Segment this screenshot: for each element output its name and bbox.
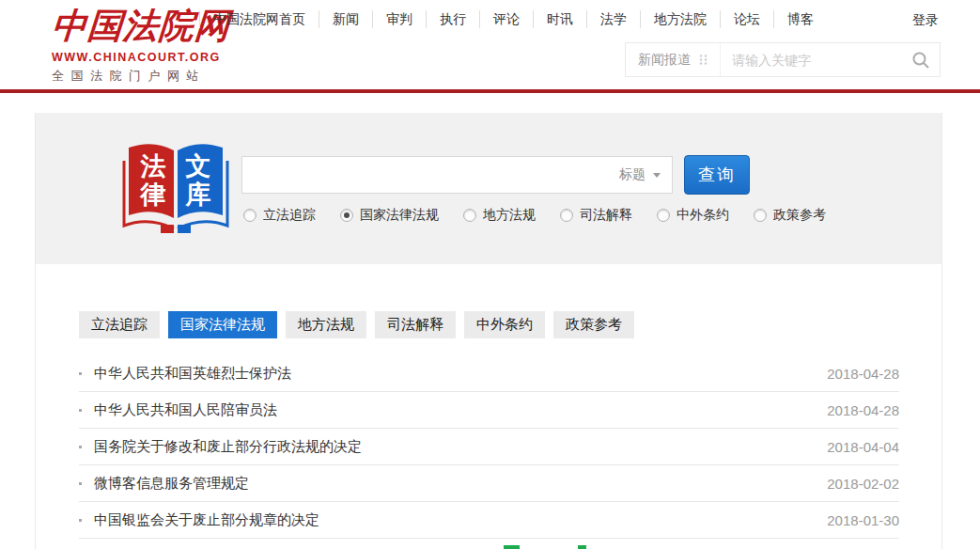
top-nav-item[interactable]: 评论 [479,10,533,28]
radio-icon[interactable] [754,209,767,222]
site-logo-title: 中国法院网 [50,4,203,49]
document-list: 中华人民共和国英雄烈士保护法 2018-04-28 中华人民共和国人民陪审员法 … [79,355,899,539]
top-nav-item[interactable]: 地方法院 [640,10,720,28]
document-title[interactable]: 中国银监会关于废止部分规章的决定 [94,511,827,529]
law-library-logo: 法律 文库 [118,136,233,240]
field-selector[interactable]: 标题 [619,157,661,193]
category-tabs: 立法追踪 国家法律法规 地方法规 司法解释 中外条约 政策参考 [79,311,634,338]
document-row: 微博客信息服务管理规定 2018-02-02 [79,465,899,502]
document-date: 2018-01-30 [827,512,899,528]
document-date: 2018-04-28 [827,366,899,382]
search-category-label: 新闻报道 [638,52,691,69]
law-search-panel: 法律 文库 标题 查询 立法追踪 [36,113,941,264]
document-row: 国务院关于修改和废止部分行政法规的决定 2018-04-04 [79,429,899,465]
caret-down-icon [653,173,661,178]
category-tab[interactable]: 地方法规 [286,311,366,338]
page: 中国法院网 WWW.CHINACOURT.ORG 全国法院门户网站 中国法院网首… [0,0,980,549]
top-nav-item[interactable]: 博客 [773,10,827,28]
header-search-input[interactable] [721,43,902,76]
query-button[interactable]: 查询 [684,155,750,195]
document-row: 中华人民共和国英雄烈士保护法 2018-04-28 [79,355,899,392]
dots-grid-icon [699,54,708,66]
radio-label: 司法解释 [580,207,632,224]
document-date: 2018-04-28 [827,402,899,418]
book-right-label: 文库 [183,152,213,209]
law-search-input[interactable] [242,157,597,193]
site-logo-url: WWW.CHINACOURT.ORG [52,51,202,64]
header-search-bar: 新闻报道 [625,42,941,77]
radio-label: 国家法律法规 [360,207,439,224]
footer-cutoff-icon [504,545,520,549]
footer-cutoff-icon [578,545,586,549]
top-nav-item[interactable]: 时讯 [533,10,586,28]
header-divider [0,89,980,93]
category-radio-item[interactable]: 中外条约 [657,207,729,224]
top-nav-item[interactable]: 新闻 [319,10,372,28]
category-radio-item[interactable]: 立法追踪 [243,207,316,224]
category-radio-item[interactable]: 地方法规 [463,207,536,224]
field-selector-label: 标题 [619,166,646,183]
site-logo-subtitle: 全国法院门户网站 [52,68,202,85]
document-date: 2018-04-04 [827,439,899,455]
search-category-selector[interactable]: 新闻报道 [626,43,721,76]
bullet-icon [79,482,82,485]
category-tab[interactable]: 中外条约 [464,311,545,338]
bullet-icon [79,446,82,448]
radio-label: 地方法规 [483,207,536,224]
radio-label: 政策参考 [773,207,826,224]
category-tab[interactable]: 国家法律法规 [168,311,277,338]
document-title[interactable]: 国务院关于修改和废止部分行政法规的决定 [94,438,827,456]
bullet-icon [79,409,82,412]
open-book-icon [118,136,233,240]
book-left-label: 法律 [138,152,168,209]
category-tab[interactable]: 政策参考 [553,311,634,338]
radio-icon[interactable] [340,209,353,222]
category-radio-item[interactable]: 国家法律法规 [340,207,439,224]
top-nav-item[interactable]: 审判 [372,10,426,28]
document-title[interactable]: 微博客信息服务管理规定 [94,475,827,493]
top-nav-item[interactable]: 执行 [426,10,479,28]
main-container: 法律 文库 标题 查询 立法追踪 [35,113,942,549]
login-link[interactable]: 登录 [912,12,939,29]
radio-label: 中外条约 [677,207,729,224]
top-nav-item[interactable]: 中国法院网首页 [199,10,319,28]
radio-icon[interactable] [560,209,573,222]
bullet-icon [79,372,82,375]
top-nav-item[interactable]: 论坛 [720,10,773,28]
search-icon [911,51,930,70]
law-search-field: 标题 [241,156,673,194]
document-title[interactable]: 中华人民共和国人民陪审员法 [94,401,827,419]
document-row: 中国银监会关于废止部分规章的决定 2018-01-30 [79,502,899,539]
radio-icon[interactable] [463,209,476,222]
category-radio-group: 立法追踪 国家法律法规 地方法规 司法解释 [243,207,826,224]
header-search-button[interactable] [902,51,940,70]
category-tab[interactable]: 立法追踪 [79,311,160,338]
document-title[interactable]: 中华人民共和国英雄烈士保护法 [94,365,827,383]
radio-icon[interactable] [243,209,257,222]
top-nav-item[interactable]: 法学 [586,10,640,28]
radio-icon[interactable] [657,209,670,222]
radio-label: 立法追踪 [263,207,316,224]
top-nav: 中国法院网首页 新闻 审判 执行 评论 时讯 法学 地方法院 论坛 博客 [199,10,827,28]
bullet-icon [79,519,82,522]
site-logo[interactable]: 中国法院网 WWW.CHINACOURT.ORG 全国法院门户网站 [52,4,202,85]
document-row: 中华人民共和国人民陪审员法 2018-04-28 [79,392,899,429]
document-date: 2018-02-02 [827,476,899,492]
category-radio-item[interactable]: 政策参考 [754,207,826,224]
category-radio-item[interactable]: 司法解释 [560,207,632,224]
category-tab[interactable]: 司法解释 [375,311,456,338]
